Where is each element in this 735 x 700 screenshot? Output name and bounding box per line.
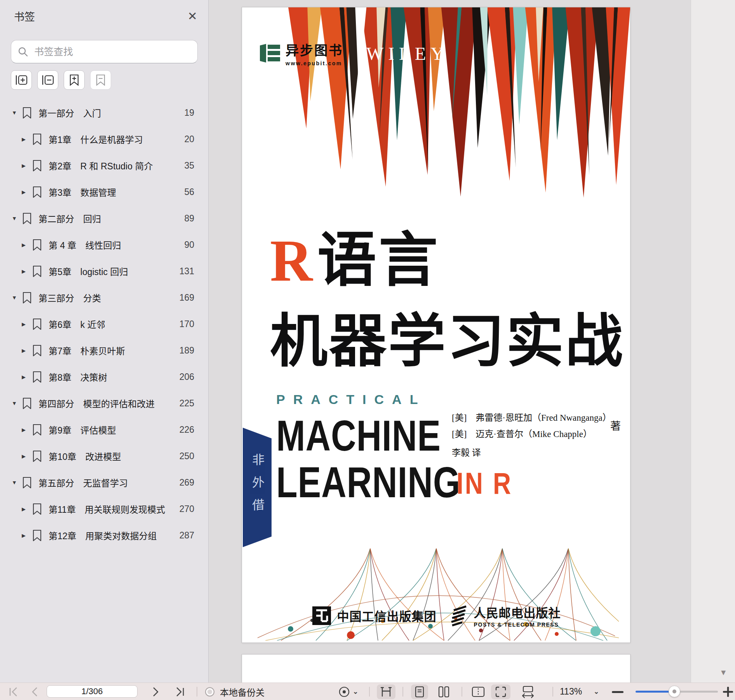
bookmark-item[interactable]: ▶第9章 评估模型226 [0, 416, 208, 443]
scroll-down-icon[interactable]: ▼ [719, 668, 727, 677]
bookmark-item[interactable]: ▼第四部分 模型的评估和改进225 [0, 390, 208, 416]
crop-view-button[interactable] [491, 684, 510, 699]
gongxin-logo-icon [312, 606, 332, 626]
chevron-right-icon[interactable]: ▶ [22, 189, 32, 195]
toolbar-separator [197, 687, 197, 697]
zoom-level-label[interactable]: 113% [560, 683, 582, 700]
add-bookmark-button[interactable] [64, 70, 85, 90]
bookmark-icon [22, 397, 32, 409]
bookmark-item[interactable]: ▶第2章 R 和 RStudio 简介35 [0, 152, 208, 179]
fit-width-icon [521, 685, 535, 698]
sidebar-header: 书签 ✕ [14, 9, 197, 24]
close-icon[interactable]: ✕ [188, 10, 197, 22]
zoom-slider[interactable] [636, 686, 718, 697]
bookmark-item[interactable]: ▼第一部分 入门19 [0, 99, 208, 126]
slider-thumb[interactable] [669, 686, 680, 697]
chevron-right-icon[interactable]: ▶ [22, 163, 32, 169]
search-input[interactable] [33, 46, 191, 58]
remove-bookmark-button [90, 70, 111, 90]
toolbar-separator [402, 687, 403, 697]
chevron-right-icon[interactable]: ▶ [22, 242, 32, 248]
view-settings-button[interactable] [336, 684, 352, 699]
chevron-right-icon[interactable]: ▶ [22, 533, 32, 538]
zoom-out-button[interactable] [610, 684, 625, 699]
library-sticker: 非外借 [243, 425, 272, 550]
author-line: [美] 弗雷德·恩旺加（Fred Nwanganga） [452, 410, 611, 426]
bookmark-icon [32, 371, 42, 383]
next-page-button[interactable] [151, 683, 161, 700]
bookmark-item[interactable]: ▶第5章 logistic 回归131 [0, 258, 208, 284]
bookmark-label: 第三部分 分类 [38, 291, 179, 304]
chevron-down-icon[interactable]: ▼ [12, 110, 22, 116]
publishers-row: 中国工信出版集团 人民邮电出版社 POSTS & [242, 603, 630, 628]
last-page-button[interactable] [174, 683, 186, 700]
split-view-icon [471, 686, 485, 698]
collapse-all-button[interactable] [37, 70, 58, 90]
bookmark-label: 第2章 R 和 RStudio 简介 [49, 159, 184, 172]
bookmark-item[interactable]: ▶第6章 k 近邻170 [0, 311, 208, 337]
chevron-right-icon[interactable]: ▶ [22, 136, 32, 142]
local-backup-label: 本地备份关 [220, 683, 265, 700]
bookmark-item[interactable]: ▶第3章 数据管理56 [0, 179, 208, 205]
zoom-in-button[interactable] [721, 684, 735, 699]
chevron-right-icon[interactable]: ▶ [22, 374, 32, 380]
bookmark-item[interactable]: ▶第8章 决策树206 [0, 364, 208, 390]
ptpress-logo-icon [451, 605, 469, 627]
chevron-right-icon[interactable]: ▶ [22, 427, 32, 433]
bookmark-search-box[interactable] [11, 40, 198, 63]
authors-block: [美] 弗雷德·恩旺加（Fred Nwanganga） [美] 迈克·查普尔（M… [452, 410, 611, 461]
bookmark-toolbar [11, 70, 111, 90]
chevron-right-icon[interactable]: ▶ [22, 321, 32, 327]
english-title-practical: PRACTICAL [276, 392, 507, 407]
slider-track-empty [674, 691, 718, 693]
library-sticker-text: 非外借 [248, 453, 266, 521]
single-page-button[interactable] [411, 684, 428, 699]
bookmark-icon [32, 239, 42, 251]
english-title-in-r: IN R [456, 466, 512, 501]
view-settings-chevron-icon[interactable]: ⌄ [353, 683, 358, 700]
bookmark-icon [22, 292, 32, 304]
bookmark-item[interactable]: ▶第1章 什么是机器学习20 [0, 126, 208, 152]
bookmark-label: 第10章 改进模型 [49, 449, 179, 463]
author-role: 著 [610, 418, 621, 433]
chevron-right-icon[interactable]: ▶ [22, 348, 32, 353]
bookmark-item[interactable]: ▶第 4 章 线性回归90 [0, 232, 208, 258]
bookmark-item[interactable]: ▼第三部分 分类169 [0, 284, 208, 311]
bookmark-item[interactable]: ▶第11章 用关联规则发现模式270 [0, 496, 208, 522]
continuous-scroll-button[interactable] [377, 684, 395, 699]
zoom-chevron-icon[interactable]: ⌄ [594, 683, 599, 700]
bookmark-icon [32, 133, 42, 145]
bookmark-item[interactable]: ▶第7章 朴素贝叶斯189 [0, 337, 208, 364]
chevron-down-icon[interactable]: ▼ [12, 479, 22, 486]
fit-width-button[interactable] [519, 684, 537, 699]
title-yuyan: 语言 [317, 228, 440, 293]
chevron-down-icon[interactable]: ▼ [12, 400, 22, 406]
bookmark-icon [22, 477, 32, 489]
bookmark-item[interactable]: ▼第二部分 回归89 [0, 205, 208, 232]
bookmark-icon [32, 503, 42, 515]
bookmark-page: 189 [179, 345, 194, 356]
chevron-right-icon[interactable]: ▶ [22, 453, 32, 459]
bookmark-label: 第 4 章 线性回归 [49, 238, 184, 251]
chevron-down-icon[interactable]: ▼ [12, 215, 22, 221]
translator-line: 李毅 译 [452, 445, 611, 461]
book-title-line2: 机器学习实战 [270, 313, 624, 370]
pdf-page-cover: 异步图书 www.epubit.com WILEY R语言 机器学习实战 PRA… [242, 7, 630, 643]
two-page-button[interactable] [435, 684, 452, 699]
bookmark-item[interactable]: ▶第10章 改进模型250 [0, 443, 208, 469]
scrollbar-track[interactable]: ▼ [691, 0, 735, 683]
pdf-reader-window: 书签 ✕ ▼第一部分 入门19▶第1章 什么是机器学习20▶第2章 R 和 RS [0, 0, 735, 700]
split-view-button[interactable] [469, 684, 487, 699]
chevron-right-icon[interactable]: ▶ [22, 268, 32, 274]
local-backup-toggle[interactable] [205, 683, 214, 700]
chevron-down-icon[interactable]: ▼ [12, 294, 22, 301]
bookmark-page: 90 [184, 240, 194, 250]
bookmark-item[interactable]: ▶第12章 用聚类对数据分组287 [0, 522, 208, 549]
expand-all-button[interactable] [11, 70, 32, 90]
page-number-input[interactable] [47, 685, 138, 698]
bookmark-label: 第8章 决策树 [49, 370, 179, 383]
chevron-right-icon[interactable]: ▶ [22, 506, 32, 512]
bookmark-icon [32, 345, 42, 357]
bookmark-item[interactable]: ▼第五部分 无监督学习269 [0, 469, 208, 496]
pdf-page-next [242, 654, 630, 683]
